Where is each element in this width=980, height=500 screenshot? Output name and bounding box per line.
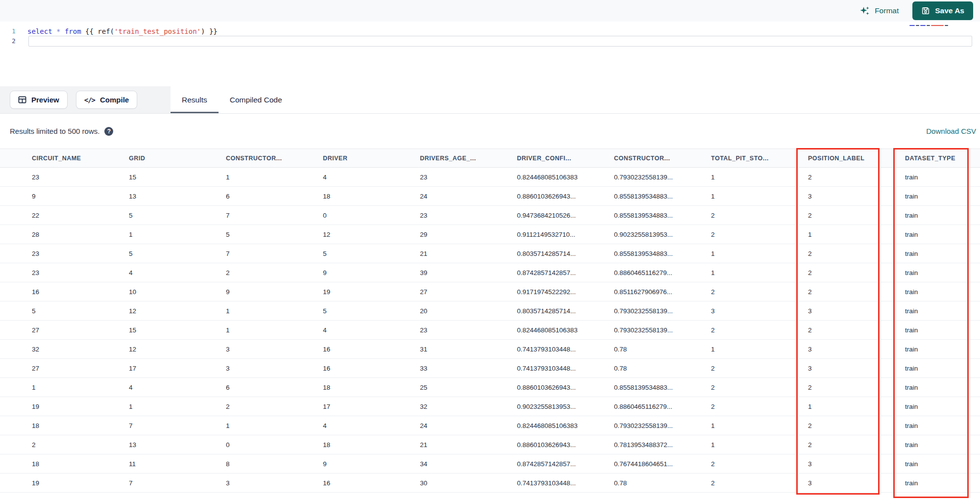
editor-minimap[interactable] (908, 23, 977, 28)
column-header-total-pit-sto: TOTAL_PIT_STO... (711, 155, 808, 162)
table-cell: 2 (808, 422, 905, 429)
table-cell: 0.7930232558139... (614, 174, 711, 181)
table-row: 181189340.8742857142857...0.767441860465… (0, 454, 980, 474)
code-editor[interactable]: 1 select * from {{ ref('train_test_posit… (0, 22, 980, 86)
table-cell: train (905, 365, 980, 372)
table-row: 197316300.7413793103448...0.7823train (0, 474, 980, 493)
sql-code-text: select * from {{ ref('train_test_positio… (27, 26, 218, 36)
table-cell: 3 (808, 365, 905, 372)
table-row: 231514230.8244680851063830.7930232558139… (0, 168, 980, 187)
table-cell: train (905, 422, 980, 429)
save-icon (921, 6, 930, 15)
table-cell: 23 (420, 174, 517, 181)
format-button[interactable]: Format (859, 5, 899, 16)
table-cell: 7 (129, 479, 226, 487)
table-cell: 2 (711, 365, 808, 372)
table-cell: 0.824468085106383 (517, 326, 614, 334)
table-cell: 4 (323, 422, 420, 429)
table-cell: 0.8035714285714... (517, 307, 614, 315)
table-cell: 2 (808, 441, 905, 449)
save-as-button[interactable]: Save As (912, 1, 973, 20)
table-cell: train (905, 269, 980, 276)
table-cell: 2 (808, 384, 905, 391)
table-cell: 0.7413793103448... (517, 365, 614, 372)
table-cell: 1 (226, 422, 323, 429)
table-cell: 0 (226, 441, 323, 449)
table-cell: 0.8860103626943... (517, 441, 614, 449)
table-cell: 13 (129, 441, 226, 449)
table-cell: 0.8742857142857... (517, 460, 614, 468)
table-cell: 0.8860103626943... (517, 384, 614, 391)
table-cell: 1 (711, 346, 808, 353)
tab-results[interactable]: Results (171, 86, 219, 113)
table-cell: train (905, 174, 980, 181)
table-cell: 18 (32, 422, 129, 429)
table-row: 3212316310.7413793103448...0.7813train (0, 340, 980, 359)
table-cell: 28 (32, 231, 129, 238)
table-cell: 0.8860103626943... (517, 193, 614, 200)
table-row: 51215200.8035714285714...0.7930232558139… (0, 301, 980, 321)
table-cell: 0.7413793103448... (517, 346, 614, 353)
column-header-drivers-age: DRIVERS_AGE_... (420, 155, 517, 162)
table-cell: 0 (323, 212, 420, 219)
table-cell: 18 (323, 384, 420, 391)
table-cell: 2 (711, 326, 808, 334)
table-cell: 0.7930232558139... (614, 326, 711, 334)
help-icon[interactable]: ? (104, 127, 113, 136)
table-cell: 1 (129, 231, 226, 238)
table-icon (18, 96, 26, 104)
column-header-constructor: CONSTRUCTOR... (614, 155, 711, 162)
table-cell: 0.8558139534883... (614, 212, 711, 219)
table-cell: 2 (808, 269, 905, 276)
table-cell: train (905, 441, 980, 449)
code-line[interactable]: 1 select * from {{ ref('train_test_posit… (0, 26, 980, 36)
table-row: 281512290.9112149532710...0.902325581395… (0, 225, 980, 244)
table-cell: 39 (420, 269, 517, 276)
table-cell: 13 (129, 193, 226, 200)
table-cell: 23 (420, 212, 517, 219)
table-cell: train (905, 384, 980, 391)
table-cell: train (905, 193, 980, 200)
table-cell: 0.7813953488372... (614, 441, 711, 449)
format-button-label: Format (875, 6, 899, 15)
table-cell: 9 (323, 460, 420, 468)
table-cell: 0.7930232558139... (614, 307, 711, 315)
table-cell: 17 (129, 365, 226, 372)
table-cell: 2 (711, 403, 808, 410)
column-header-driver: DRIVER (323, 155, 420, 162)
table-cell: 12 (129, 346, 226, 353)
table-cell: 1 (711, 174, 808, 181)
table-cell: 0.8742857142857... (517, 269, 614, 276)
results-limit-note: Results limited to 500 rows. ? (10, 114, 113, 149)
table-cell: 23 (420, 326, 517, 334)
table-row: 271514230.8244680851063830.7930232558139… (0, 321, 980, 340)
table-cell: 0.78 (614, 479, 711, 487)
table-cell: 30 (420, 479, 517, 487)
table-cell: 23 (32, 174, 129, 181)
toolbar-actions: Format Save As (859, 1, 980, 20)
compile-button-label: Compile (100, 96, 129, 104)
compile-button[interactable]: </> Compile (76, 91, 137, 109)
preview-button[interactable]: Preview (10, 91, 68, 109)
table-cell: 19 (323, 288, 420, 296)
tab-compiled-code[interactable]: Compiled Code (219, 86, 294, 113)
table-cell: 1 (711, 441, 808, 449)
table-cell: 7 (129, 422, 226, 429)
table-cell: 5 (323, 250, 420, 257)
table-cell: 2 (226, 269, 323, 276)
table-cell: 3 (808, 479, 905, 487)
table-cell: 17 (323, 403, 420, 410)
table-cell: 27 (420, 288, 517, 296)
table-cell: 3 (226, 365, 323, 372)
table-cell: train (905, 288, 980, 296)
table-cell: 32 (420, 403, 517, 410)
table-cell: 3 (808, 460, 905, 468)
table-cell: 12 (323, 231, 420, 238)
table-cell: 9 (226, 288, 323, 296)
table-row: 1610919270.9171974522292...0.85116279069… (0, 282, 980, 301)
column-header-dataset-type: DATASET_TYPE (905, 155, 980, 162)
download-csv-link[interactable]: Download CSV (926, 114, 976, 149)
table-cell: 27 (32, 326, 129, 334)
table-cell: 34 (420, 460, 517, 468)
table-cell: 0.824468085106383 (517, 174, 614, 181)
